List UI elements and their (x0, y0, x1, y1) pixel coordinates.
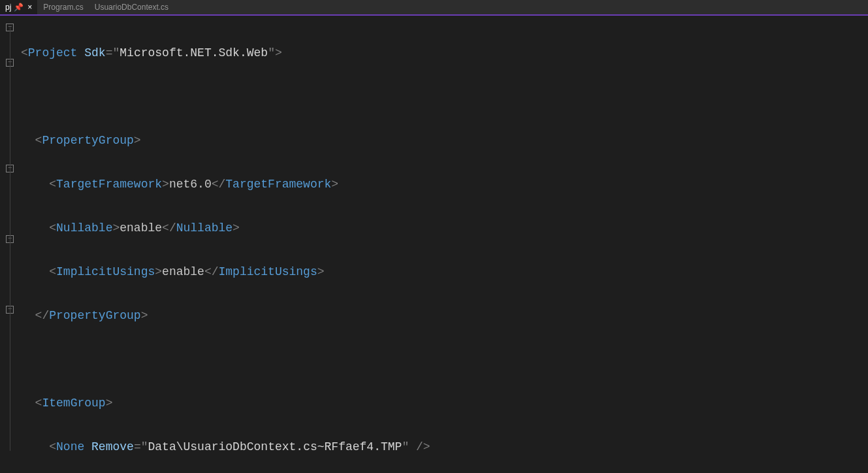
code-line[interactable]: <None Remove="Data\UsuarioDbContext.cs~R… (20, 438, 868, 456)
code-line[interactable]: <Nullable>enable</Nullable> (20, 220, 868, 237)
close-icon[interactable]: × (27, 3, 32, 12)
code-line[interactable]: <ItemGroup> (20, 395, 868, 412)
pin-icon: 📌 (14, 3, 24, 12)
tab-program-label: Program.cs (43, 3, 83, 12)
code-line[interactable]: <PropertyGroup> (20, 132, 868, 150)
tab-active[interactable]: pj 📌 × (0, 0, 37, 14)
code-line[interactable]: <Project Sdk="Microsoft.NET.Sdk.Web"> (20, 44, 868, 62)
code-area[interactable]: <Project Sdk="Microsoft.NET.Sdk.Web"> <P… (20, 16, 868, 473)
tab-program[interactable]: Program.cs (38, 0, 88, 14)
code-line[interactable]: <TargetFramework>net6.0</TargetFramework… (20, 176, 868, 193)
code-line[interactable] (20, 88, 868, 106)
code-line[interactable] (20, 351, 868, 368)
tab-dbcontext-label: UsuarioDbContext.cs (95, 3, 169, 12)
code-editor[interactable]: − − − − − <Project Sdk="Microsoft.NET.Sd… (0, 16, 868, 473)
gutter: − − − − − (0, 16, 20, 473)
code-line[interactable]: </PropertyGroup> (20, 307, 868, 325)
code-line[interactable]: <ImplicitUsings>enable</ImplicitUsings> (20, 263, 868, 281)
tab-active-label: pj (5, 3, 11, 12)
tab-dbcontext[interactable]: UsuarioDbContext.cs (89, 0, 174, 14)
